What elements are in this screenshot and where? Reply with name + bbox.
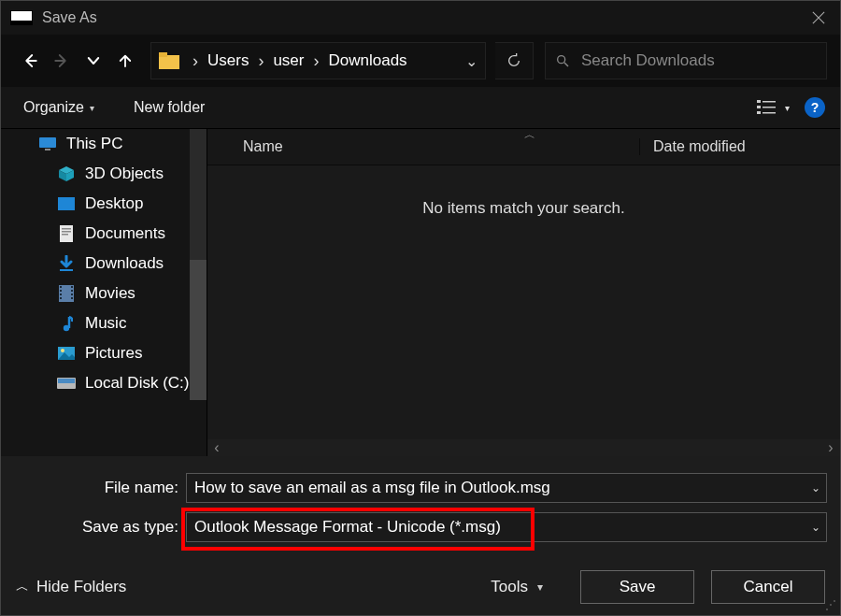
- svg-rect-10: [45, 149, 50, 150]
- sort-indicator-icon: ︿: [524, 127, 535, 143]
- back-button[interactable]: [14, 45, 46, 77]
- chevron-right-icon: ›: [258, 51, 264, 71]
- forward-button[interactable]: [46, 45, 78, 77]
- empty-message: No items match your search.: [207, 165, 840, 439]
- tree-node-this-pc[interactable]: This PC: [1, 129, 207, 159]
- scrollbar-thumb[interactable]: [190, 260, 207, 400]
- tree-node-downloads[interactable]: Downloads: [1, 249, 207, 279]
- arrow-right-icon: [53, 52, 70, 69]
- svg-rect-21: [60, 286, 62, 288]
- up-button[interactable]: [109, 45, 141, 77]
- svg-rect-34: [58, 379, 75, 383]
- breadcrumb-item[interactable]: Users: [207, 51, 249, 70]
- chevron-down-icon[interactable]: ⌄: [811, 521, 820, 534]
- chevron-right-icon: ›: [313, 51, 319, 71]
- download-icon: [57, 254, 76, 273]
- tree-node-music[interactable]: Music: [1, 308, 207, 338]
- scroll-right-icon[interactable]: ›: [821, 439, 840, 456]
- refresh-icon: [506, 53, 521, 68]
- chevron-down-icon: ▾: [537, 580, 543, 594]
- svg-point-2: [558, 56, 565, 64]
- svg-rect-23: [60, 290, 62, 292]
- svg-rect-0: [159, 55, 179, 69]
- svg-rect-19: [60, 269, 73, 271]
- horizontal-scrollbar[interactable]: ‹ ›: [207, 439, 840, 456]
- close-button[interactable]: [797, 1, 840, 35]
- svg-rect-28: [71, 297, 73, 299]
- svg-rect-26: [71, 294, 73, 295]
- svg-point-29: [64, 325, 69, 331]
- recent-locations-button[interactable]: [78, 45, 109, 77]
- svg-rect-25: [60, 294, 62, 295]
- column-headers[interactable]: ︿ Name Date modified: [207, 129, 840, 165]
- title-bar: Save As: [1, 1, 840, 35]
- cancel-button[interactable]: Cancel: [711, 570, 825, 604]
- view-list-icon: [757, 99, 777, 116]
- column-name[interactable]: Name: [235, 138, 639, 155]
- tree-node-pictures[interactable]: Pictures: [1, 338, 207, 368]
- dialog-footer: ︿ Hide Folders Tools ▾ Save Cancel: [1, 559, 840, 615]
- svg-rect-14: [58, 197, 75, 210]
- view-options-button[interactable]: ▾: [757, 99, 790, 116]
- save-type-select[interactable]: Outlook Message Format - Unicode (*.msg)…: [186, 512, 827, 542]
- folder-icon: [159, 50, 179, 71]
- document-icon: [57, 224, 76, 243]
- svg-rect-1: [159, 52, 167, 57]
- file-list: ︿ Name Date modified No items match your…: [207, 129, 840, 456]
- column-date[interactable]: Date modified: [639, 138, 840, 155]
- breadcrumb-item[interactable]: user: [273, 51, 304, 70]
- save-type-label: Save as type:: [14, 518, 186, 537]
- image-icon: [57, 344, 76, 363]
- breadcrumb-item[interactable]: Downloads: [328, 51, 406, 70]
- tree-node-3d-objects[interactable]: 3D Objects: [1, 159, 207, 189]
- app-icon: [10, 10, 33, 25]
- chevron-down-icon: ▾: [90, 103, 94, 113]
- help-button[interactable]: ?: [805, 97, 825, 118]
- drive-icon: [57, 374, 76, 393]
- hide-folders-button[interactable]: ︿ Hide Folders: [16, 578, 126, 596]
- svg-rect-24: [71, 290, 73, 292]
- monitor-icon: [38, 135, 57, 153]
- svg-rect-9: [39, 137, 56, 148]
- filename-input[interactable]: How to save an email as a msg file in Ou…: [186, 473, 827, 503]
- dialog-title: Save As: [42, 9, 97, 26]
- organize-button[interactable]: Organize▾: [16, 95, 102, 120]
- tree-node-desktop[interactable]: Desktop: [1, 189, 207, 219]
- svg-rect-7: [757, 111, 761, 114]
- svg-rect-22: [71, 286, 73, 288]
- save-button[interactable]: Save: [580, 570, 694, 604]
- film-icon: [57, 284, 76, 303]
- chevron-down-icon[interactable]: ⌄: [465, 52, 478, 70]
- scrollbar-track[interactable]: [190, 129, 207, 279]
- address-bar[interactable]: › Users › user › Downloads ⌄: [150, 42, 486, 79]
- svg-rect-27: [60, 297, 62, 299]
- new-folder-button[interactable]: New folder: [126, 95, 212, 120]
- save-form: File name: How to save an email as a msg…: [1, 456, 840, 559]
- tree-node-local-disk[interactable]: Local Disk (C:): [1, 368, 207, 398]
- search-placeholder: Search Downloads: [581, 51, 715, 70]
- tree-node-documents[interactable]: Documents: [1, 219, 207, 249]
- refresh-button[interactable]: [495, 42, 534, 79]
- nav-bar: › Users › user › Downloads ⌄ Search Down…: [1, 35, 840, 87]
- arrow-up-icon: [117, 52, 134, 69]
- chevron-down-icon[interactable]: ⌄: [811, 481, 820, 494]
- svg-rect-3: [757, 100, 761, 103]
- folder-tree[interactable]: This PC 3D Objects Desktop Documents Dow…: [1, 129, 207, 456]
- scroll-left-icon[interactable]: ‹: [207, 439, 226, 456]
- toolbar: Organize▾ New folder ▾ ?: [1, 87, 840, 128]
- search-icon: [555, 53, 570, 68]
- svg-rect-6: [763, 107, 776, 108]
- chevron-down-icon: ▾: [785, 103, 790, 113]
- chevron-right-icon: ›: [192, 51, 198, 71]
- search-input[interactable]: Search Downloads: [545, 42, 827, 79]
- desktop-icon: [57, 194, 76, 213]
- svg-rect-16: [62, 228, 71, 230]
- svg-rect-17: [62, 231, 71, 233]
- resize-grip-icon[interactable]: ⋰: [825, 598, 836, 611]
- svg-rect-18: [62, 234, 68, 236]
- tree-node-movies[interactable]: Movies: [1, 279, 207, 308]
- svg-rect-5: [757, 106, 761, 108]
- tools-button[interactable]: Tools ▾: [491, 578, 543, 596]
- svg-rect-8: [763, 112, 776, 114]
- music-icon: [57, 314, 76, 333]
